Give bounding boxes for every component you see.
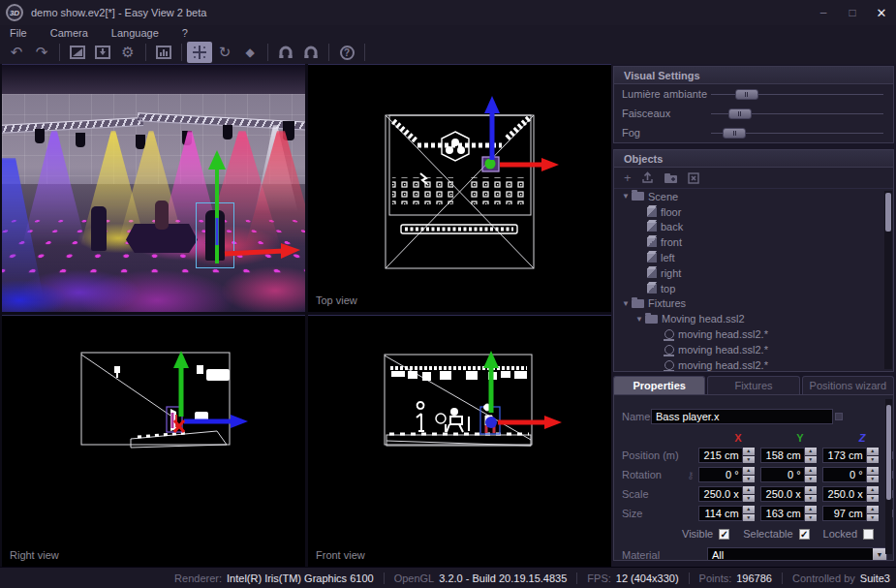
tree-item-floor[interactable]: floor (614, 204, 893, 220)
tree-item-label: Scene (648, 191, 678, 202)
help-icon[interactable]: ? (334, 42, 359, 63)
fog-slider[interactable] (711, 133, 883, 134)
position-x-field[interactable]: 215 cm (698, 448, 743, 463)
menu-file[interactable]: File (10, 27, 27, 39)
menu-help[interactable]: ? (182, 27, 188, 39)
fit-view-icon[interactable] (65, 42, 90, 63)
move-gizmo[interactable] (2, 65, 305, 312)
opengl-label: OpenGL (394, 573, 435, 584)
scale-z-field[interactable]: 250.0 x (822, 486, 867, 502)
new-group-icon[interactable] (664, 172, 678, 184)
move-tool-icon[interactable] (187, 42, 212, 63)
size-z-spinner[interactable]: ▲▼ (867, 506, 879, 521)
tree-item-front[interactable]: front (614, 234, 893, 250)
dmx-levels-icon[interactable] (151, 42, 176, 63)
maximize-button[interactable]: □ (838, 1, 867, 24)
tree-item-moving-head[interactable]: moving head.ssl2.* (614, 357, 893, 371)
tree-item-moving-head-group[interactable]: ▼Moving head.ssl2 (614, 311, 893, 326)
scale-y-spinner[interactable]: ▲▼ (805, 486, 817, 502)
fps-value: 12 (404x330) (616, 573, 679, 584)
slider-thumb[interactable] (723, 128, 746, 139)
rotate-tool-icon[interactable]: ↻ (212, 42, 237, 63)
size-z-field[interactable]: 97 cm (822, 506, 867, 521)
expand-arrow-icon[interactable]: ▼ (620, 192, 632, 201)
slider-label: Fog (622, 127, 711, 139)
expand-arrow-icon[interactable]: ▼ (620, 299, 632, 308)
material-dropdown[interactable]: All ▼ (707, 547, 887, 561)
rotation-z-spinner[interactable]: ▲▼ (867, 467, 879, 482)
magnet-horizontal-icon[interactable] (273, 42, 298, 63)
dropdown-arrow-icon[interactable]: ▼ (873, 548, 886, 561)
tree-item-back[interactable]: back (614, 220, 893, 235)
rotation-y-spinner[interactable]: ▲▼ (805, 467, 817, 482)
renderer-label: Renderer: (174, 573, 222, 584)
size-x-field[interactable]: 114 cm (698, 506, 743, 521)
delete-object-icon[interactable] (688, 172, 699, 184)
position-y-field[interactable]: 158 cm (760, 448, 805, 463)
position-x-spinner[interactable]: ▲▼ (743, 448, 755, 463)
size-y-field[interactable]: 163 cm (760, 506, 805, 521)
position-label: Position (m) (622, 449, 698, 461)
properties-scrollbar-thumb[interactable] (886, 405, 891, 500)
menu-language[interactable]: Language (111, 27, 159, 39)
ambient-slider[interactable] (711, 94, 883, 95)
rotation-z-field[interactable]: 0 ° (822, 467, 867, 482)
close-button[interactable]: ✕ (867, 1, 896, 24)
center-selection-icon[interactable]: ◆ (237, 42, 263, 63)
fixture-icon (664, 329, 674, 339)
viewport-front[interactable]: Front view (308, 315, 611, 567)
properties-scrollbar[interactable] (885, 399, 892, 554)
size-x-spinner[interactable]: ▲▼ (743, 506, 755, 521)
tree-item-top[interactable]: top (614, 281, 893, 296)
visible-checkbox[interactable]: ✓ (719, 529, 729, 540)
position-z-field[interactable]: 173 cm (822, 448, 867, 463)
scale-x-spinner[interactable]: ▲▼ (743, 486, 755, 502)
magnet-vertical-icon[interactable] (298, 42, 324, 63)
tab-properties[interactable]: Properties (613, 376, 705, 394)
renderer-value: Intel(R) Iris(TM) Graphics 6100 (227, 573, 374, 584)
scale-x-field[interactable]: 250.0 x (698, 486, 743, 502)
rotation-x-field[interactable]: 0 ° (698, 467, 743, 482)
undo-icon[interactable]: ↶ (4, 42, 29, 63)
menu-camera[interactable]: Camera (50, 27, 88, 39)
scale-y-field[interactable]: 250.0 x (760, 486, 805, 502)
tree-scrollbar[interactable] (884, 191, 892, 369)
tree-item-moving-head[interactable]: moving head.ssl2.* (614, 342, 893, 357)
locked-checkbox[interactable] (863, 529, 874, 540)
add-object-icon[interactable]: + (624, 170, 632, 185)
tree-item-moving-head[interactable]: moving head.ssl2.* (614, 326, 893, 342)
position-z-spinner[interactable]: ▲▼ (867, 448, 879, 463)
position-y-spinner[interactable]: ▲▼ (805, 448, 817, 463)
rotation-link-icon[interactable]: ⚷ (687, 470, 694, 480)
settings-gear-icon[interactable]: ⚙ (115, 42, 140, 63)
beams-slider[interactable] (711, 113, 883, 114)
rotation-y-field[interactable]: 0 ° (760, 467, 805, 482)
slider-thumb[interactable] (728, 108, 752, 119)
toolbar-separator (145, 44, 146, 61)
name-option-button[interactable] (835, 413, 843, 420)
name-input[interactable] (651, 409, 833, 424)
viewport-3d[interactable] (2, 64, 305, 312)
viewport-right[interactable]: Right view (2, 315, 305, 567)
tree-item-scene[interactable]: ▼Scene (614, 189, 893, 204)
slider-thumb[interactable] (735, 89, 758, 100)
tab-positions-wizard[interactable]: Positions wizard (802, 376, 894, 394)
tree-item-right[interactable]: right (614, 265, 893, 281)
import-object-icon[interactable] (641, 171, 654, 184)
size-y-spinner[interactable]: ▲▼ (805, 506, 817, 521)
tab-fixtures[interactable]: Fixtures (707, 376, 799, 394)
scale-z-spinner[interactable]: ▲▼ (867, 486, 879, 502)
tree-item-left[interactable]: left (614, 250, 893, 265)
tree-item-label: moving head.ssl2.* (678, 344, 768, 356)
redo-icon[interactable]: ↷ (29, 42, 54, 63)
toolbar-separator (267, 44, 268, 61)
minimize-button[interactable]: – (809, 1, 838, 24)
tree-item-fixtures[interactable]: ▼Fixtures (614, 296, 893, 312)
name-row: Name (614, 407, 893, 426)
rotation-x-spinner[interactable]: ▲▼ (743, 467, 755, 482)
tree-scrollbar-thumb[interactable] (885, 193, 891, 232)
selectable-checkbox[interactable]: ✓ (799, 529, 810, 540)
screenshot-icon[interactable] (90, 42, 115, 63)
viewport-top[interactable]: Top view (308, 64, 611, 312)
expand-arrow-icon[interactable]: ▼ (633, 315, 645, 324)
